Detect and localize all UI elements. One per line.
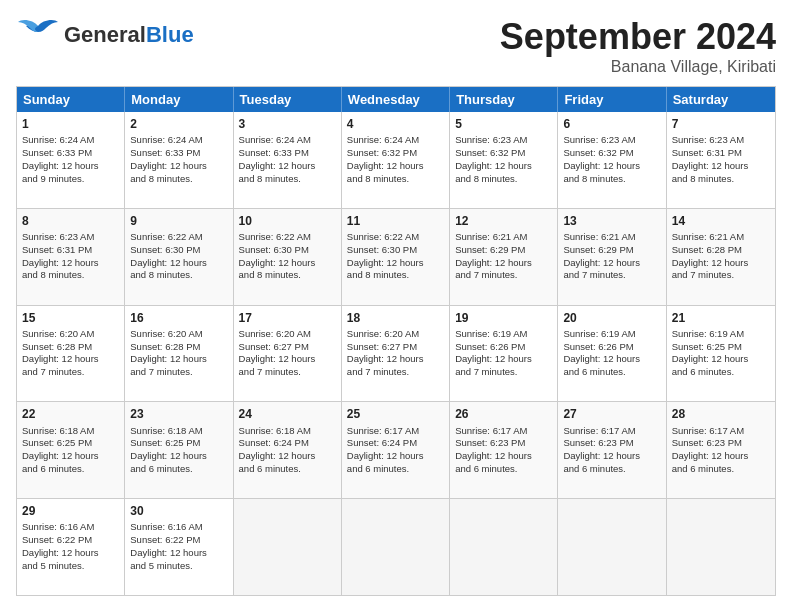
week-row-5: 29Sunrise: 6:16 AMSunset: 6:22 PMDayligh… [17,498,775,595]
empty-cell-5 [667,499,775,595]
empty-cell-3 [450,499,558,595]
day-27: 27Sunrise: 6:17 AMSunset: 6:23 PMDayligh… [558,402,666,498]
page-container: GeneralBlue September 2024 Banana Villag… [0,0,792,612]
day-7: 7Sunrise: 6:23 AMSunset: 6:31 PMDaylight… [667,112,775,208]
day-8: 8Sunrise: 6:23 AMSunset: 6:31 PMDaylight… [17,209,125,305]
day-3: 3Sunrise: 6:24 AMSunset: 6:33 PMDaylight… [234,112,342,208]
header: GeneralBlue September 2024 Banana Villag… [16,16,776,76]
day-25: 25Sunrise: 6:17 AMSunset: 6:24 PMDayligh… [342,402,450,498]
logo-text: GeneralBlue [64,22,194,47]
header-wednesday: Wednesday [342,87,450,112]
logo: GeneralBlue [16,16,194,54]
day-2: 2Sunrise: 6:24 AMSunset: 6:33 PMDaylight… [125,112,233,208]
empty-cell-1 [234,499,342,595]
empty-cell-2 [342,499,450,595]
week-row-2: 8Sunrise: 6:23 AMSunset: 6:31 PMDaylight… [17,208,775,305]
header-saturday: Saturday [667,87,775,112]
header-monday: Monday [125,87,233,112]
day-14: 14Sunrise: 6:21 AMSunset: 6:28 PMDayligh… [667,209,775,305]
day-26: 26Sunrise: 6:17 AMSunset: 6:23 PMDayligh… [450,402,558,498]
calendar: Sunday Monday Tuesday Wednesday Thursday… [16,86,776,596]
day-19: 19Sunrise: 6:19 AMSunset: 6:26 PMDayligh… [450,306,558,402]
day-20: 20Sunrise: 6:19 AMSunset: 6:26 PMDayligh… [558,306,666,402]
month-title: September 2024 [500,16,776,58]
day-16: 16Sunrise: 6:20 AMSunset: 6:28 PMDayligh… [125,306,233,402]
day-23: 23Sunrise: 6:18 AMSunset: 6:25 PMDayligh… [125,402,233,498]
day-15: 15Sunrise: 6:20 AMSunset: 6:28 PMDayligh… [17,306,125,402]
day-22: 22Sunrise: 6:18 AMSunset: 6:25 PMDayligh… [17,402,125,498]
day-11: 11Sunrise: 6:22 AMSunset: 6:30 PMDayligh… [342,209,450,305]
week-row-3: 15Sunrise: 6:20 AMSunset: 6:28 PMDayligh… [17,305,775,402]
day-17: 17Sunrise: 6:20 AMSunset: 6:27 PMDayligh… [234,306,342,402]
empty-cell-4 [558,499,666,595]
day-12: 12Sunrise: 6:21 AMSunset: 6:29 PMDayligh… [450,209,558,305]
day-30: 30Sunrise: 6:16 AMSunset: 6:22 PMDayligh… [125,499,233,595]
day-18: 18Sunrise: 6:20 AMSunset: 6:27 PMDayligh… [342,306,450,402]
day-28: 28Sunrise: 6:17 AMSunset: 6:23 PMDayligh… [667,402,775,498]
week-row-4: 22Sunrise: 6:18 AMSunset: 6:25 PMDayligh… [17,401,775,498]
day-21: 21Sunrise: 6:19 AMSunset: 6:25 PMDayligh… [667,306,775,402]
location-subtitle: Banana Village, Kiribati [500,58,776,76]
day-1: 1Sunrise: 6:24 AMSunset: 6:33 PMDaylight… [17,112,125,208]
day-4: 4Sunrise: 6:24 AMSunset: 6:32 PMDaylight… [342,112,450,208]
header-thursday: Thursday [450,87,558,112]
header-sunday: Sunday [17,87,125,112]
day-9: 9Sunrise: 6:22 AMSunset: 6:30 PMDaylight… [125,209,233,305]
logo-icon [16,16,60,54]
day-10: 10Sunrise: 6:22 AMSunset: 6:30 PMDayligh… [234,209,342,305]
week-row-1: 1Sunrise: 6:24 AMSunset: 6:33 PMDaylight… [17,112,775,208]
calendar-header: Sunday Monday Tuesday Wednesday Thursday… [17,87,775,112]
day-5: 5Sunrise: 6:23 AMSunset: 6:32 PMDaylight… [450,112,558,208]
header-tuesday: Tuesday [234,87,342,112]
day-24: 24Sunrise: 6:18 AMSunset: 6:24 PMDayligh… [234,402,342,498]
calendar-body: 1Sunrise: 6:24 AMSunset: 6:33 PMDaylight… [17,112,775,595]
title-section: September 2024 Banana Village, Kiribati [500,16,776,76]
day-6: 6Sunrise: 6:23 AMSunset: 6:32 PMDaylight… [558,112,666,208]
day-13: 13Sunrise: 6:21 AMSunset: 6:29 PMDayligh… [558,209,666,305]
header-friday: Friday [558,87,666,112]
day-29: 29Sunrise: 6:16 AMSunset: 6:22 PMDayligh… [17,499,125,595]
